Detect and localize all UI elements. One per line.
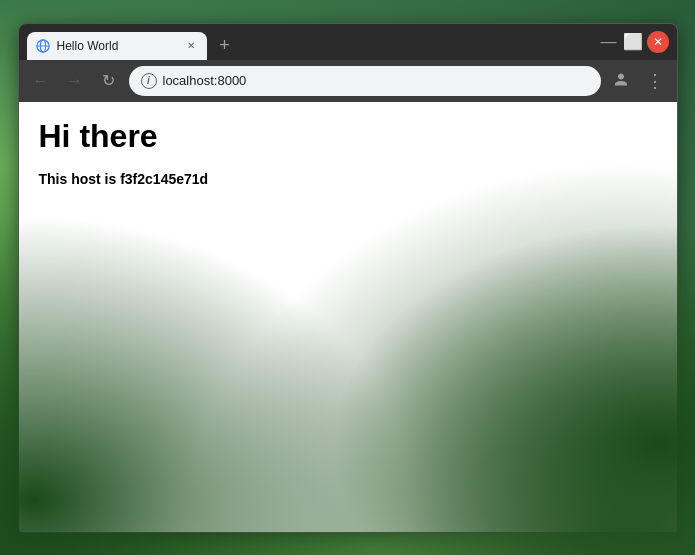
back-button[interactable]: ← — [27, 67, 55, 95]
maximize-button[interactable]: ⬜ — [623, 32, 643, 52]
tab-area: Hello World ✕ + — [27, 24, 587, 60]
profile-icon[interactable] — [607, 67, 635, 95]
tab-title: Hello World — [57, 39, 177, 53]
page-content: Hi there This host is f3f2c145e71d — [19, 102, 677, 532]
info-icon: i — [141, 73, 157, 89]
minimize-button[interactable]: — — [599, 32, 619, 52]
tab-favicon — [35, 38, 51, 54]
address-bar[interactable]: i localhost:8000 — [129, 66, 601, 96]
page-subtext: This host is f3f2c145e71d — [39, 171, 657, 187]
active-tab[interactable]: Hello World ✕ — [27, 32, 207, 60]
new-tab-button[interactable]: + — [211, 32, 239, 60]
toolbar: ← → ↻ i localhost:8000 ⋮ — [19, 60, 677, 102]
window-controls: — ⬜ ✕ — [599, 31, 669, 53]
page-heading: Hi there — [39, 118, 657, 155]
refresh-button[interactable]: ↻ — [95, 67, 123, 95]
close-button[interactable]: ✕ — [647, 31, 669, 53]
url-text: localhost:8000 — [163, 73, 589, 88]
title-bar: Hello World ✕ + — ⬜ ✕ — [19, 24, 677, 60]
forward-button[interactable]: → — [61, 67, 89, 95]
tab-close-button[interactable]: ✕ — [183, 38, 199, 54]
browser-window: Hello World ✕ + — ⬜ ✕ ← → ↻ i localhost:… — [18, 23, 678, 533]
menu-button[interactable]: ⋮ — [641, 67, 669, 95]
